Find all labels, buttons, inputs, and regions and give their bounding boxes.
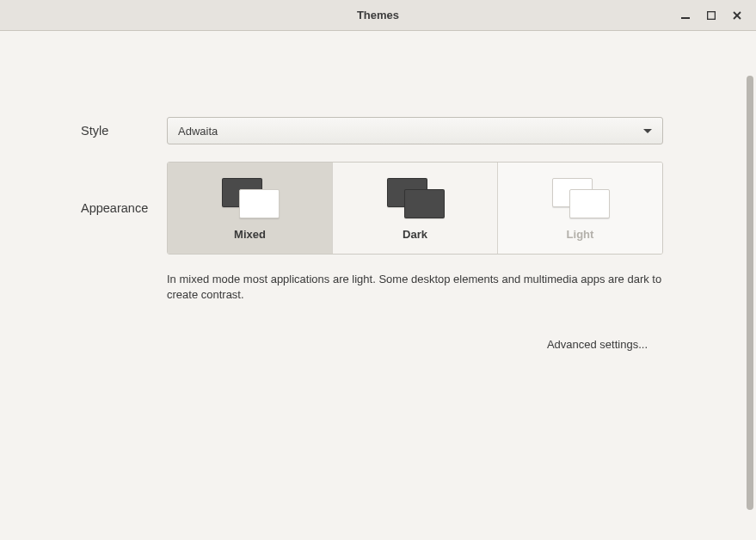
minimize-button[interactable] — [679, 9, 692, 22]
appearance-option-label: Light — [567, 228, 594, 241]
style-dropdown[interactable]: Adwaita — [167, 117, 663, 144]
appearance-option-label: Mixed — [234, 228, 266, 241]
dark-preview-icon — [384, 176, 447, 218]
svg-rect-1 — [708, 11, 716, 19]
appearance-option-dark[interactable]: Dark — [333, 163, 498, 254]
appearance-option-mixed[interactable]: Mixed — [168, 163, 333, 254]
mixed-preview-icon — [218, 176, 282, 218]
advanced-settings-link[interactable]: Advanced settings... — [547, 338, 663, 351]
window-title: Themes — [0, 9, 756, 21]
scrollbar[interactable] — [746, 31, 754, 538]
style-dropdown-value: Adwaita — [178, 125, 218, 138]
style-label: Style — [81, 117, 167, 144]
light-preview-icon — [549, 176, 612, 218]
titlebar: Themes — [0, 0, 756, 31]
maximize-button[interactable] — [704, 9, 718, 22]
scrollbar-thumb[interactable] — [747, 76, 753, 510]
appearance-options: Mixed Dark Light — [167, 162, 663, 255]
content-area: Style Adwaita Appearance Mixed — [0, 31, 744, 540]
chevron-down-icon — [643, 129, 652, 133]
svg-rect-0 — [681, 17, 690, 19]
appearance-option-label: Dark — [403, 228, 427, 241]
appearance-label: Appearance — [81, 162, 167, 255]
appearance-description: In mixed mode most applications are ligh… — [167, 272, 663, 302]
close-button[interactable] — [730, 9, 744, 22]
appearance-option-light[interactable]: Light — [498, 163, 662, 254]
